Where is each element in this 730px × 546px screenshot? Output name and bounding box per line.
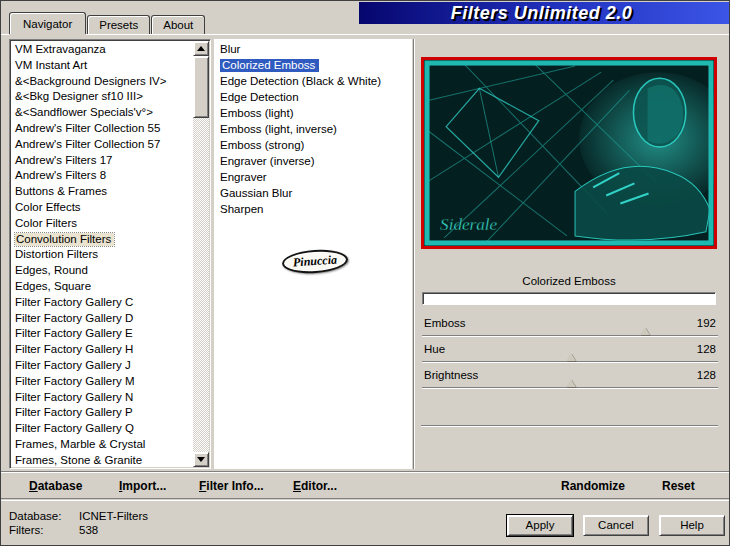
category-item[interactable]: VM Instant Art	[12, 58, 192, 74]
category-item[interactable]: Filter Factory Gallery N	[12, 390, 192, 406]
category-item-label: Color Effects	[15, 201, 81, 213]
filter-item-label: Gaussian Blur	[220, 187, 292, 199]
filter-item-label: Sharpen	[220, 203, 263, 215]
status-bar: Database: ICNET-Filters Filters: 538 App…	[1, 500, 730, 546]
category-item[interactable]: Filter Factory Gallery M	[12, 374, 192, 390]
category-item-label: Filter Factory Gallery P	[15, 406, 133, 418]
filter-item[interactable]: Sharpen	[214, 201, 412, 217]
category-item[interactable]: &<Sandflower Specials'v°>	[12, 105, 192, 121]
apply-button[interactable]: Apply	[507, 515, 573, 536]
filter-item[interactable]: Gaussian Blur	[214, 185, 412, 201]
filter-item[interactable]: Edge Detection	[214, 89, 412, 105]
category-item-label: &<Background Designers IV>	[15, 75, 167, 87]
category-item[interactable]: Filter Factory Gallery D	[12, 311, 192, 327]
category-item-label: Andrew's Filters 17	[15, 154, 112, 166]
category-item[interactable]: Edges, Round	[12, 263, 192, 279]
tab-about[interactable]: About	[151, 15, 205, 34]
category-item[interactable]: &<Bkg Designer sf10 III>	[12, 89, 192, 105]
slider-thumb[interactable]	[640, 327, 650, 335]
import-button[interactable]: Import...	[119, 479, 166, 493]
category-item-selected: Convolution Filters	[15, 233, 114, 246]
filters-value: 538	[79, 524, 98, 536]
editor-button[interactable]: Editor...	[293, 479, 337, 493]
slider-thumb[interactable]	[566, 353, 576, 361]
category-item[interactable]: Frames, Marble & Crystal	[12, 437, 192, 453]
slider-value: 128	[697, 369, 716, 381]
filter-item[interactable]: Colorized Emboss	[214, 57, 412, 73]
category-item-label: Color Filters	[15, 217, 77, 229]
help-button[interactable]: Help	[659, 515, 725, 536]
category-item-label: Andrew's Filter Collection 55	[15, 122, 160, 134]
slider-thumb[interactable]	[566, 379, 576, 387]
progress-bar	[422, 292, 716, 305]
category-item[interactable]: Edges, Square	[12, 279, 192, 295]
category-item-label: Buttons & Frames	[15, 185, 107, 197]
database-label: Database:	[9, 510, 61, 522]
category-scrollbar[interactable]	[193, 41, 209, 467]
slider-track[interactable]	[422, 361, 718, 363]
tab-navigator[interactable]: Navigator	[9, 12, 86, 34]
category-item[interactable]: VM Extravaganza	[12, 42, 192, 58]
category-item[interactable]: Filter Factory Gallery H	[12, 342, 192, 358]
filter-item-label: Blur	[220, 43, 240, 55]
category-item[interactable]: Filter Factory Gallery E	[12, 326, 192, 342]
filter-item[interactable]: Emboss (light)	[214, 105, 412, 121]
category-item[interactable]: Filter Factory Gallery Q	[12, 421, 192, 437]
filter-item[interactable]: Blur	[214, 41, 412, 57]
database-button[interactable]: Database	[29, 479, 82, 493]
category-item[interactable]: &<Background Designers IV>	[12, 74, 192, 90]
database-value: ICNET-Filters	[79, 510, 148, 522]
filter-item[interactable]: Engraver (inverse)	[214, 153, 412, 169]
slider-value: 128	[697, 343, 716, 355]
filter-item-label: Emboss (light)	[220, 107, 294, 119]
watermark-text: Pinuccia	[293, 252, 338, 270]
scroll-down-button[interactable]	[193, 452, 209, 467]
category-item[interactable]: Andrew's Filters 17	[12, 153, 192, 169]
category-item[interactable]: Andrew's Filter Collection 55	[12, 121, 192, 137]
window-title: Filters Unlimited 2.0	[359, 2, 724, 24]
category-item-label: Edges, Square	[15, 280, 91, 292]
randomize-button[interactable]: Randomize	[561, 479, 625, 493]
slider-track[interactable]	[422, 387, 718, 389]
tab-strip: Navigator Presets About	[9, 10, 206, 34]
category-item-label: Filter Factory Gallery D	[15, 312, 133, 324]
category-item[interactable]: Filter Factory Gallery P	[12, 405, 192, 421]
category-item-label: Filter Factory Gallery H	[15, 343, 133, 355]
filter-item[interactable]: Emboss (light, inverse)	[214, 121, 412, 137]
category-item-label: Filter Factory Gallery Q	[15, 422, 134, 434]
filter-info-button[interactable]: Filter Info...	[199, 479, 264, 493]
filter-item[interactable]: Engraver	[214, 169, 412, 185]
category-item[interactable]: Filter Factory Gallery J	[12, 358, 192, 374]
filter-item[interactable]: Emboss (strong)	[214, 137, 412, 153]
category-item[interactable]: Color Filters	[12, 216, 192, 232]
scrollbar-thumb[interactable]	[193, 56, 209, 118]
category-item[interactable]: Distortion Filters	[12, 247, 192, 263]
category-item[interactable]: Filter Factory Gallery C	[12, 295, 192, 311]
scroll-up-button[interactable]	[193, 41, 209, 56]
category-list-items: VM ExtravaganzaVM Instant Art&<Backgroun…	[12, 42, 192, 466]
reset-button[interactable]: Reset	[662, 479, 695, 493]
preview-image[interactable]: Siderale	[421, 57, 717, 249]
category-item[interactable]: Color Effects	[12, 200, 192, 216]
preview-art: Siderale	[424, 60, 714, 246]
cancel-button[interactable]: Cancel	[583, 515, 649, 536]
preview-caption: Siderale	[440, 215, 497, 234]
category-item-label: Filter Factory Gallery M	[15, 375, 135, 387]
category-item[interactable]: Convolution Filters	[12, 232, 192, 248]
slider-track[interactable]	[422, 335, 718, 337]
selected-filter-name: Colorized Emboss	[421, 275, 717, 287]
slider-row: Hue128	[422, 342, 718, 368]
category-item-label: Filter Factory Gallery J	[15, 359, 131, 371]
category-item[interactable]: Buttons & Frames	[12, 184, 192, 200]
category-item[interactable]: Frames, Stone & Granite	[12, 453, 192, 466]
category-item-label: Frames, Marble & Crystal	[15, 438, 145, 450]
category-item[interactable]: Andrew's Filters 8	[12, 168, 192, 184]
filter-item[interactable]: Edge Detection (Black & White)	[214, 73, 412, 89]
category-item-label: Filter Factory Gallery C	[15, 296, 133, 308]
category-item-label: Filter Factory Gallery E	[15, 327, 133, 339]
category-item-label: Andrew's Filters 8	[15, 169, 106, 181]
tab-presets[interactable]: Presets	[87, 15, 150, 34]
category-item-label: VM Instant Art	[15, 59, 87, 71]
filter-item-label: Emboss (light, inverse)	[220, 123, 337, 135]
category-item[interactable]: Andrew's Filter Collection 57	[12, 137, 192, 153]
